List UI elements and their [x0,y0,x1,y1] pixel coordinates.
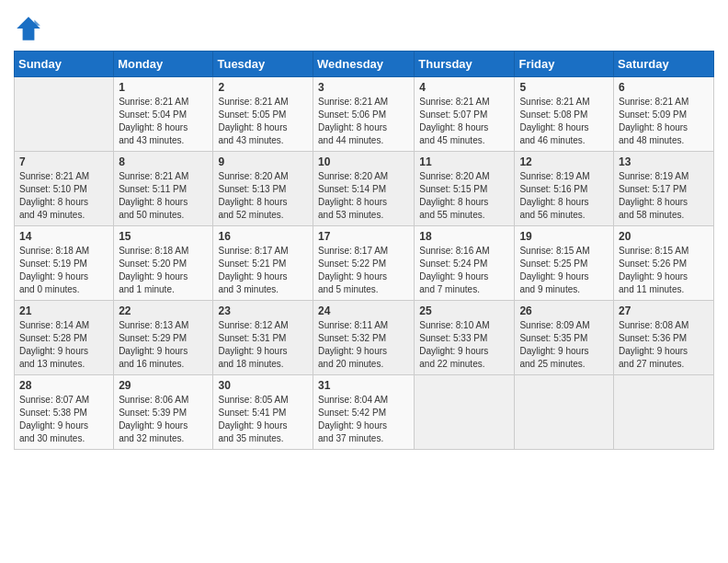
calendar-cell: 14Sunrise: 8:18 AMSunset: 5:19 PMDayligh… [15,226,114,301]
day-info: Sunrise: 8:19 AMSunset: 5:17 PMDaylight:… [619,170,709,222]
day-number: 9 [218,155,308,168]
day-number: 8 [119,155,208,168]
calendar-header-wednesday: Wednesday [313,52,415,77]
day-number: 28 [19,379,108,392]
day-number: 17 [318,230,409,243]
day-number: 19 [519,230,609,243]
calendar-cell: 13Sunrise: 8:19 AMSunset: 5:17 PMDayligh… [614,152,714,226]
day-info: Sunrise: 8:09 AMSunset: 5:35 PMDaylight:… [519,319,609,371]
day-number: 1 [119,81,208,94]
calendar-header-thursday: Thursday [415,52,515,77]
calendar-cell [614,375,714,450]
calendar-header-friday: Friday [515,52,614,77]
calendar-cell: 31Sunrise: 8:04 AMSunset: 5:42 PMDayligh… [313,375,415,450]
day-number: 27 [619,304,709,317]
day-number: 3 [318,81,409,94]
day-info: Sunrise: 8:18 AMSunset: 5:19 PMDaylight:… [19,245,108,296]
day-info: Sunrise: 8:06 AMSunset: 5:39 PMDaylight:… [119,394,208,445]
day-info: Sunrise: 8:13 AMSunset: 5:29 PMDaylight:… [119,319,208,371]
day-info: Sunrise: 8:05 AMSunset: 5:41 PMDaylight:… [218,394,308,445]
day-number: 18 [419,230,509,243]
calendar-cell: 11Sunrise: 8:20 AMSunset: 5:15 PMDayligh… [415,152,515,226]
day-number: 29 [119,379,208,392]
day-number: 23 [218,304,308,317]
calendar-header-monday: Monday [114,52,213,77]
day-info: Sunrise: 8:21 AMSunset: 5:07 PMDaylight:… [419,96,509,147]
calendar-cell: 9Sunrise: 8:20 AMSunset: 5:13 PMDaylight… [213,152,313,226]
calendar-cell: 30Sunrise: 8:05 AMSunset: 5:41 PMDayligh… [213,375,313,450]
header [14,9,714,43]
calendar-header-tuesday: Tuesday [213,52,313,77]
calendar-cell: 6Sunrise: 8:21 AMSunset: 5:09 PMDaylight… [614,77,714,152]
day-info: Sunrise: 8:08 AMSunset: 5:36 PMDaylight:… [619,319,709,371]
day-number: 26 [519,304,609,317]
calendar-cell: 18Sunrise: 8:16 AMSunset: 5:24 PMDayligh… [415,226,515,301]
calendar-week-row: 28Sunrise: 8:07 AMSunset: 5:38 PMDayligh… [15,375,714,450]
calendar-cell: 16Sunrise: 8:17 AMSunset: 5:21 PMDayligh… [213,226,313,301]
day-number: 7 [19,155,108,168]
calendar-week-row: 7Sunrise: 8:21 AMSunset: 5:10 PMDaylight… [15,152,714,226]
svg-marker-0 [17,17,40,40]
day-info: Sunrise: 8:10 AMSunset: 5:33 PMDaylight:… [419,319,509,371]
day-number: 25 [419,304,509,317]
day-info: Sunrise: 8:12 AMSunset: 5:31 PMDaylight:… [218,319,308,371]
day-number: 22 [119,304,208,317]
day-info: Sunrise: 8:21 AMSunset: 5:06 PMDaylight:… [318,96,409,147]
day-number: 14 [19,230,108,243]
day-info: Sunrise: 8:20 AMSunset: 5:15 PMDaylight:… [419,170,509,222]
day-number: 5 [519,81,609,94]
calendar-cell: 1Sunrise: 8:21 AMSunset: 5:04 PMDaylight… [114,77,213,152]
calendar-header-saturday: Saturday [614,52,714,77]
day-info: Sunrise: 8:21 AMSunset: 5:05 PMDaylight:… [218,96,308,147]
calendar-table: SundayMondayTuesdayWednesdayThursdayFrid… [14,51,714,450]
calendar-cell: 10Sunrise: 8:20 AMSunset: 5:14 PMDayligh… [313,152,415,226]
calendar-cell: 4Sunrise: 8:21 AMSunset: 5:07 PMDaylight… [415,77,515,152]
day-info: Sunrise: 8:21 AMSunset: 5:09 PMDaylight:… [619,96,709,147]
logo [14,14,45,43]
calendar-header-sunday: Sunday [15,52,114,77]
day-info: Sunrise: 8:07 AMSunset: 5:38 PMDaylight:… [19,394,108,445]
day-info: Sunrise: 8:21 AMSunset: 5:11 PMDaylight:… [119,170,208,222]
calendar-week-row: 21Sunrise: 8:14 AMSunset: 5:28 PMDayligh… [15,301,714,375]
page: SundayMondayTuesdayWednesdayThursdayFrid… [0,0,728,563]
day-number: 15 [119,230,208,243]
day-number: 13 [619,155,709,168]
day-info: Sunrise: 8:16 AMSunset: 5:24 PMDaylight:… [419,245,509,296]
calendar-cell: 19Sunrise: 8:15 AMSunset: 5:25 PMDayligh… [515,226,614,301]
day-info: Sunrise: 8:17 AMSunset: 5:22 PMDaylight:… [318,245,409,296]
day-info: Sunrise: 8:20 AMSunset: 5:14 PMDaylight:… [318,170,409,222]
calendar-cell: 22Sunrise: 8:13 AMSunset: 5:29 PMDayligh… [114,301,213,375]
day-info: Sunrise: 8:20 AMSunset: 5:13 PMDaylight:… [218,170,308,222]
day-info: Sunrise: 8:11 AMSunset: 5:32 PMDaylight:… [318,319,409,371]
calendar-cell: 3Sunrise: 8:21 AMSunset: 5:06 PMDaylight… [313,77,415,152]
calendar-cell: 24Sunrise: 8:11 AMSunset: 5:32 PMDayligh… [313,301,415,375]
day-info: Sunrise: 8:18 AMSunset: 5:20 PMDaylight:… [119,245,208,296]
calendar-cell: 5Sunrise: 8:21 AMSunset: 5:08 PMDaylight… [515,77,614,152]
calendar-cell: 23Sunrise: 8:12 AMSunset: 5:31 PMDayligh… [213,301,313,375]
calendar-cell [15,77,114,152]
day-number: 4 [419,81,509,94]
day-info: Sunrise: 8:15 AMSunset: 5:26 PMDaylight:… [619,245,709,296]
day-info: Sunrise: 8:15 AMSunset: 5:25 PMDaylight:… [519,245,609,296]
calendar-cell: 26Sunrise: 8:09 AMSunset: 5:35 PMDayligh… [515,301,614,375]
calendar-header-row: SundayMondayTuesdayWednesdayThursdayFrid… [15,52,714,77]
day-number: 31 [318,379,409,392]
calendar-cell: 8Sunrise: 8:21 AMSunset: 5:11 PMDaylight… [114,152,213,226]
calendar-cell [515,375,614,450]
day-number: 12 [519,155,609,168]
calendar-cell [415,375,515,450]
day-number: 2 [218,81,308,94]
calendar-week-row: 1Sunrise: 8:21 AMSunset: 5:04 PMDaylight… [15,77,714,152]
day-number: 30 [218,379,308,392]
day-number: 24 [318,304,409,317]
svg-marker-1 [34,19,40,25]
calendar-cell: 17Sunrise: 8:17 AMSunset: 5:22 PMDayligh… [313,226,415,301]
day-number: 20 [619,230,709,243]
logo-icon [14,14,43,43]
calendar-cell: 21Sunrise: 8:14 AMSunset: 5:28 PMDayligh… [15,301,114,375]
day-info: Sunrise: 8:14 AMSunset: 5:28 PMDaylight:… [19,319,108,371]
calendar-cell: 12Sunrise: 8:19 AMSunset: 5:16 PMDayligh… [515,152,614,226]
calendar-cell: 25Sunrise: 8:10 AMSunset: 5:33 PMDayligh… [415,301,515,375]
calendar-cell: 7Sunrise: 8:21 AMSunset: 5:10 PMDaylight… [15,152,114,226]
day-info: Sunrise: 8:21 AMSunset: 5:10 PMDaylight:… [19,170,108,222]
